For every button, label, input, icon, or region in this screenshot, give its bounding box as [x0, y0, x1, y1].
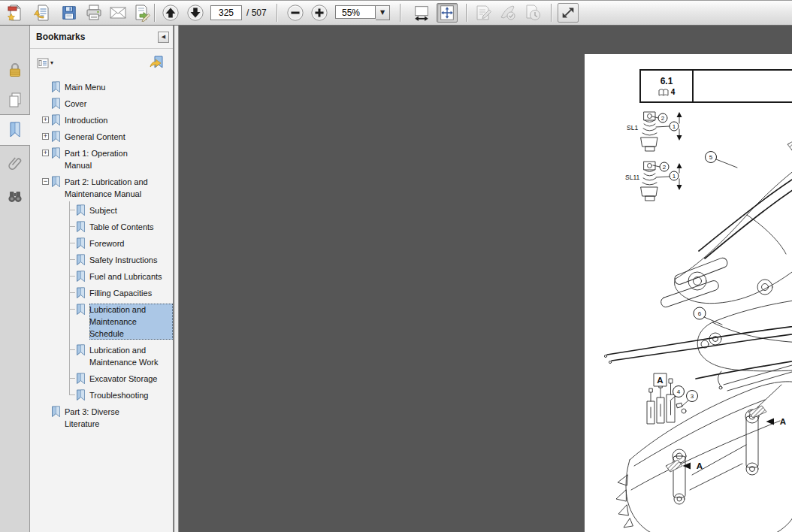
- combine-files-icon: [33, 4, 51, 22]
- bookmark-icon: [51, 147, 61, 159]
- expand-bookmark-icon: [149, 56, 165, 71]
- bookmark-item-filling-capacities[interactable]: Filling Capacities: [76, 287, 173, 299]
- bookmark-label: Table of Contents: [89, 221, 154, 233]
- bookmark-item-lubrication-and-maintenance-work[interactable]: Lubrication and Maintenance Work: [76, 344, 173, 368]
- bookmark-label: Foreword: [89, 237, 124, 249]
- bookmarks-panel-title: Bookmarks: [36, 32, 85, 42]
- bookmark-item-main-menu[interactable]: Main Menu: [42, 81, 173, 93]
- page-up-button[interactable]: [161, 3, 180, 23]
- expander-minus-icon[interactable]: −: [42, 178, 49, 185]
- zoom-dropdown-button[interactable]: ▼: [376, 5, 390, 20]
- lubrication-diagram: SL1 2 1 SL11 2 1: [585, 54, 792, 532]
- bookmarks-panel: Bookmarks ◀ ▾ Main Menu Cover: [30, 26, 174, 532]
- email-button[interactable]: [108, 3, 128, 23]
- expand-current-bookmark-button[interactable]: [148, 56, 166, 71]
- bookmark-icon: [51, 406, 61, 418]
- toolbar-separator: [551, 4, 552, 22]
- bookmark-icon: [76, 254, 86, 266]
- page-up-icon: [162, 4, 180, 22]
- bookmark-item-cover[interactable]: Cover: [42, 98, 173, 110]
- main-toolbar: / 507 55% ▼: [0, 1, 792, 26]
- bookmarks-toolbar: ▾: [30, 49, 173, 77]
- bookmark-icon: [51, 176, 61, 188]
- sheet-count: 4: [671, 88, 676, 96]
- pages-icon: [6, 91, 24, 109]
- fit-page-button[interactable]: [437, 3, 458, 23]
- zoom-out-button[interactable]: [286, 3, 305, 23]
- zoom-in-button[interactable]: [310, 3, 329, 23]
- nav-tab-security[interactable]: [0, 56, 30, 84]
- bookmark-label: Troubleshooting: [89, 389, 148, 401]
- bookmark-item-part-2-lubrication-maintenance-manual[interactable]: − Part 2: Lubrication and Maintenance Ma…: [42, 176, 173, 200]
- bookmark-item-fuel-and-lubricants[interactable]: Fuel and Lubricants: [76, 271, 173, 283]
- bookmark-item-introduction[interactable]: + Introduction: [42, 114, 173, 126]
- fit-width-icon: [413, 4, 431, 22]
- bookmark-label: Main Menu: [65, 81, 105, 93]
- nav-tab-search[interactable]: [0, 181, 30, 211]
- lock-icon: [6, 61, 24, 79]
- bookmark-icon: [51, 114, 61, 126]
- sign-and-send-button[interactable]: [132, 3, 152, 23]
- bookmarks-options-button[interactable]: ▾: [37, 56, 58, 71]
- section-number: 6.1: [661, 76, 673, 86]
- page-down-button[interactable]: [186, 3, 205, 23]
- bookmark-item-safety-instructions[interactable]: Safety Instructions: [76, 254, 173, 266]
- detail-marker-a: A: [697, 461, 703, 470]
- sign-and-send-icon: [133, 4, 151, 22]
- page-number-input[interactable]: [210, 5, 242, 20]
- bookmark-item-table-of-contents[interactable]: Table of Contents: [76, 221, 173, 233]
- bookmark-label: General Content: [65, 131, 125, 143]
- header-empty-cell: [694, 71, 792, 101]
- page-header-box: 6.1 4 KOMATSU MINING GERMANY: [639, 69, 792, 103]
- panel-collapse-button[interactable]: ◀: [158, 32, 169, 43]
- detail-a-fittings: [647, 379, 688, 424]
- print-button[interactable]: [84, 3, 104, 23]
- fit-page-icon: [438, 4, 456, 22]
- bookmark-item-lubrication-and-maintenance-schedule[interactable]: Lubrication and Maintenance Schedule: [76, 304, 173, 340]
- bookmark-item-troubleshooting[interactable]: Troubleshooting: [76, 389, 173, 401]
- expander-plus-icon[interactable]: +: [42, 150, 49, 156]
- save-icon: [61, 5, 77, 21]
- full-screen-button[interactable]: [558, 3, 579, 23]
- fit-width-button[interactable]: [412, 3, 431, 23]
- nav-tab-attachments[interactable]: [0, 148, 30, 178]
- callout-2: 2: [663, 164, 667, 171]
- review-comment-button[interactable]: [473, 3, 493, 23]
- bookmark-item-part-3-diverse-literature[interactable]: Part 3: Diverse Literature: [42, 406, 173, 430]
- toolbar-separator: [400, 4, 401, 22]
- bookmark-item-general-content[interactable]: + General Content: [42, 131, 173, 143]
- options-dropdown-arrow: ▾: [50, 59, 53, 66]
- bookmark-item-subject[interactable]: Subject: [76, 204, 173, 216]
- binoculars-icon: [6, 187, 24, 205]
- book-icon: [658, 89, 669, 96]
- header-section-cell: 6.1 4: [641, 71, 694, 101]
- navigation-tab-strip: [0, 26, 30, 532]
- bookmark-item-part-1-operation-manual[interactable]: + Part 1: Operation Manual: [42, 147, 173, 171]
- bookmark-icon: [76, 304, 86, 316]
- sign-button[interactable]: [498, 3, 518, 23]
- expander-plus-icon[interactable]: +: [42, 133, 49, 140]
- bookmarks-tree: Main Menu Cover + Introduction + General…: [30, 77, 173, 430]
- bookmark-label: Safety Instructions: [89, 254, 158, 266]
- callout-1: 1: [673, 123, 676, 130]
- bookmark-icon: [76, 373, 86, 385]
- create-pdf-button[interactable]: [5, 3, 25, 23]
- fitting-label-sl1: SL1: [627, 124, 638, 131]
- expander-plus-icon[interactable]: +: [42, 116, 49, 123]
- zoom-level-field[interactable]: 55%: [335, 5, 376, 19]
- callout-3: 3: [691, 393, 694, 400]
- nav-tab-pages[interactable]: [0, 86, 30, 114]
- callout-5: 5: [709, 154, 713, 161]
- combine-files-button[interactable]: [32, 3, 52, 23]
- nav-tab-bookmarks[interactable]: [0, 114, 30, 146]
- save-button[interactable]: [59, 3, 79, 23]
- create-pdf-icon: [6, 4, 24, 22]
- document-history-button[interactable]: [523, 3, 543, 23]
- bookmark-item-excavator-storage[interactable]: Excavator Storage: [76, 373, 173, 385]
- review-comment-icon: [474, 4, 492, 22]
- pdf-page: 6.1 4 KOMATSU MINING GERMANY: [585, 54, 792, 532]
- page-total-label: / 507: [246, 8, 267, 18]
- bookmark-label: Lubrication and Maintenance Work: [89, 344, 165, 368]
- bookmark-item-foreword[interactable]: Foreword: [76, 237, 173, 249]
- bookmark-label: Filling Capacities: [89, 287, 152, 299]
